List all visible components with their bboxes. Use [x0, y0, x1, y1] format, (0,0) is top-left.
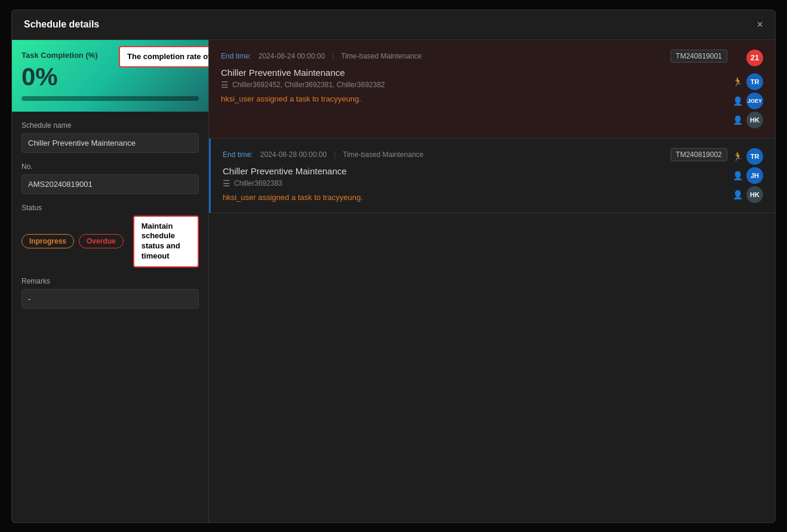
avatar-hk-1: HK — [746, 112, 763, 128]
maintain-tooltip: Maintain schedule status and timeout — [133, 216, 199, 268]
notification-badge-1: 21 — [746, 50, 763, 66]
task-assets-2: ☰ Chiller3692383 — [223, 179, 727, 188]
remarks-group: Remarks - — [21, 277, 199, 309]
left-fields: Schedule name Chiller Preventive Mainten… — [12, 112, 208, 522]
status-group: Status Inprogress Overdue Maintain sched… — [21, 204, 199, 268]
modal-header: Schedule details × — [12, 10, 775, 40]
avatar-row-jh-2: 👤 JH — [733, 167, 763, 184]
task-content-2: End time: 2024-08-28 00:00:00 | Time-bas… — [223, 148, 727, 202]
task-row-2: End time: 2024-08-28 00:00:00 | Time-bas… — [223, 148, 763, 203]
avatar-row-tr-2: 🏃 TR — [733, 148, 763, 165]
task-meta-1: End time: 2024-08-24 00:00:00 | Time-bas… — [221, 50, 727, 63]
status-label: Status — [21, 204, 199, 212]
end-time-date-2: 2024-08-28 00:00:00 — [260, 150, 327, 159]
divider-1: | — [332, 52, 334, 60]
task-assignment-2: hksi_user assigned a task to tracyyeung. — [223, 193, 727, 202]
avatar-tr-2: TR — [746, 148, 763, 165]
task-content-1: End time: 2024-08-24 00:00:00 | Time-bas… — [221, 50, 727, 103]
schedule-name-label: Schedule name — [21, 121, 199, 130]
end-time-label-2: End time: — [223, 150, 253, 159]
end-time-date-1: 2024-08-24 00:00:00 — [259, 52, 325, 60]
avatar-hk-2: HK — [746, 186, 763, 203]
task-id-badge-1: TM240819001 — [671, 50, 727, 63]
status-badge-inprogress[interactable]: Inprogress — [21, 234, 74, 248]
avatar-row-joey-1: 👤 JOEY — [733, 93, 763, 109]
completion-tooltip: The completion rate of relevant tasks — [119, 46, 209, 68]
progress-bar-bg — [21, 96, 199, 101]
remarks-value: - — [21, 289, 199, 309]
left-panel: Task Completion (%) 0% The completion ra… — [12, 40, 209, 522]
task-completion-label: Task Completion (%) — [21, 51, 98, 60]
modal-title: Schedule details — [24, 19, 99, 30]
task-right-1: 21 🏃 TR 👤 JOEY — [727, 50, 763, 128]
task-assignment-1: hksi_user assigned a task to tracyyeung. — [221, 94, 727, 103]
schedule-details-modal: Schedule details × Task Completion (%) 0… — [11, 10, 776, 523]
end-time-label-1: End time: — [221, 52, 251, 60]
avatar-group-1: 🏃 TR 👤 JOEY 👤 HK — [733, 73, 763, 128]
asset-list-1: Chiller3692452, Chiller3692381, Chiller3… — [232, 81, 385, 89]
task-card-1: End time: 2024-08-24 00:00:00 | Time-bas… — [209, 40, 775, 139]
right-panel: End time: 2024-08-24 00:00:00 | Time-bas… — [209, 40, 775, 522]
schedule-name-value: Chiller Preventive Maintenance — [21, 133, 199, 153]
person-icon-jh: 👤 — [733, 171, 743, 180]
status-badge-overdue[interactable]: Overdue — [79, 234, 124, 248]
asset-icon-1: ☰ — [221, 80, 229, 90]
task-id-badge-2: TM240819002 — [671, 148, 727, 161]
close-button[interactable]: × — [757, 19, 763, 31]
remarks-label: Remarks — [21, 277, 199, 285]
task-name-2: Chiller Preventive Maintenance — [223, 166, 727, 176]
task-card-2: End time: 2024-08-28 00:00:00 | Time-bas… — [209, 139, 775, 213]
modal-overlay: Schedule details × Task Completion (%) 0… — [0, 0, 787, 532]
person-icon-joey: 👤 — [733, 96, 743, 106]
task-name-1: Chiller Preventive Maintenance — [221, 67, 727, 78]
schedule-name-group: Schedule name Chiller Preventive Mainten… — [21, 121, 199, 153]
avatar-tr-1: TR — [746, 73, 763, 90]
no-group: No. AMS20240819001 — [21, 162, 199, 194]
avatar-row-hk-1: 👤 HK — [733, 112, 763, 128]
avatar-jh-2: JH — [746, 167, 763, 184]
modal-body: Task Completion (%) 0% The completion ra… — [12, 40, 775, 522]
task-row-1: End time: 2024-08-24 00:00:00 | Time-bas… — [221, 50, 763, 128]
person-icon-hk-2: 👤 — [733, 190, 743, 199]
task-completion-card: Task Completion (%) 0% The completion ra… — [12, 40, 208, 112]
avatar-joey-1: JOEY — [746, 93, 763, 109]
avatar-row-tr-1: 🏃 TR — [733, 73, 763, 90]
task-type-2: Time-based Maintenance — [343, 150, 423, 159]
task-right-2: 🏃 TR 👤 JH 👤 HK — [727, 148, 763, 203]
no-label: No. — [21, 162, 199, 171]
runner-icon-1: 🏃 — [733, 77, 743, 87]
asset-list-2: Chiller3692383 — [234, 179, 282, 187]
task-assets-1: ☰ Chiller3692452, Chiller3692381, Chille… — [221, 80, 727, 90]
avatar-group-2: 🏃 TR 👤 JH 👤 HK — [733, 148, 763, 203]
status-row: Inprogress Overdue Maintain schedule sta… — [21, 216, 199, 268]
person-icon-hk-1: 👤 — [733, 115, 743, 125]
no-value: AMS20240819001 — [21, 174, 199, 194]
task-type-1: Time-based Maintenance — [341, 52, 422, 60]
avatar-row-hk-2: 👤 HK — [733, 186, 763, 203]
divider-2: | — [334, 150, 336, 159]
runner-icon-2: 🏃 — [733, 152, 743, 161]
task-meta-2: End time: 2024-08-28 00:00:00 | Time-bas… — [223, 148, 727, 161]
asset-icon-2: ☰ — [223, 179, 230, 188]
